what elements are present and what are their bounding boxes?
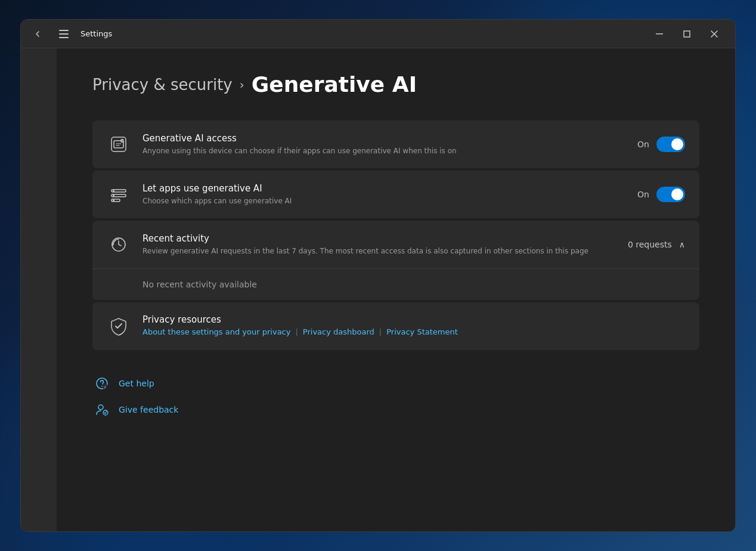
svg-point-9 bbox=[113, 195, 114, 197]
recent-activity-icon bbox=[107, 233, 131, 256]
recent-activity-text: Recent activity Review generative AI req… bbox=[142, 233, 616, 256]
back-button[interactable] bbox=[28, 24, 47, 44]
separator-1: | bbox=[295, 327, 298, 336]
let-apps-use-text: Let apps use generative AI Choose which … bbox=[142, 183, 625, 206]
content-area: Privacy & security › Generative AI bbox=[21, 48, 735, 531]
main-content: Privacy & security › Generative AI bbox=[57, 48, 735, 531]
bottom-links: ? Get help Give feedback bbox=[92, 374, 699, 419]
maximize-button[interactable] bbox=[673, 24, 701, 44]
recent-activity-chevron[interactable]: ∧ bbox=[679, 240, 685, 249]
privacy-dashboard-link[interactable]: Privacy dashboard bbox=[303, 327, 374, 336]
breadcrumb-parent[interactable]: Privacy & security bbox=[92, 76, 233, 94]
generative-ai-access-row: Generative AI access Anyone using this d… bbox=[92, 120, 699, 168]
recent-activity-label: Recent activity bbox=[142, 233, 616, 244]
window-controls bbox=[646, 24, 728, 44]
menu-line-2 bbox=[59, 33, 69, 35]
menu-button[interactable] bbox=[54, 24, 73, 44]
let-apps-use-toggle[interactable] bbox=[656, 187, 685, 202]
give-feedback-icon bbox=[92, 400, 111, 419]
let-apps-use-card: Let apps use generative AI Choose which … bbox=[92, 171, 699, 218]
svg-rect-1 bbox=[684, 31, 690, 37]
let-apps-use-label: Let apps use generative AI bbox=[142, 183, 625, 194]
close-button[interactable] bbox=[701, 24, 728, 44]
privacy-resources-row: Privacy resources About these settings a… bbox=[92, 302, 699, 350]
generative-ai-access-desc: Anyone using this device can choose if t… bbox=[142, 146, 625, 156]
svg-text:?: ? bbox=[104, 385, 106, 389]
let-apps-use-desc: Choose which apps can use generative AI bbox=[142, 196, 625, 206]
settings-window: Settings Privacy & security › Generative… bbox=[20, 19, 736, 532]
svg-point-8 bbox=[113, 190, 114, 192]
generative-ai-access-card: Generative AI access Anyone using this d… bbox=[92, 120, 699, 168]
toggle-knob-1 bbox=[671, 138, 683, 150]
recent-activity-card: Recent activity Review generative AI req… bbox=[92, 221, 699, 300]
generative-ai-access-toggle[interactable] bbox=[656, 137, 685, 152]
toggle-knob-2 bbox=[671, 188, 683, 200]
svg-rect-0 bbox=[656, 33, 663, 35]
generative-ai-access-toggle-label: On bbox=[637, 140, 649, 149]
breadcrumb-current: Generative AI bbox=[252, 72, 417, 97]
let-apps-use-row: Let apps use generative AI Choose which … bbox=[92, 171, 699, 218]
get-help-icon: ? bbox=[92, 374, 111, 393]
generative-ai-access-text: Generative AI access Anyone using this d… bbox=[142, 133, 625, 156]
menu-line-3 bbox=[59, 37, 69, 38]
titlebar: Settings bbox=[21, 20, 735, 48]
minimize-button[interactable] bbox=[646, 24, 673, 44]
menu-line-1 bbox=[59, 30, 69, 31]
window-title: Settings bbox=[80, 29, 112, 38]
breadcrumb: Privacy & security › Generative AI bbox=[92, 72, 699, 97]
sidebar bbox=[21, 48, 57, 531]
generative-ai-access-icon bbox=[107, 132, 131, 156]
give-feedback-link[interactable]: Give feedback bbox=[92, 400, 699, 419]
generative-ai-access-label: Generative AI access bbox=[142, 133, 625, 144]
privacy-links: About these settings and your privacy | … bbox=[142, 327, 685, 336]
requests-container: 0 requests ∧ bbox=[628, 240, 685, 249]
separator-2: | bbox=[379, 327, 382, 336]
no-activity-text: No recent activity available bbox=[142, 280, 257, 289]
get-help-label[interactable]: Get help bbox=[119, 379, 154, 388]
generative-ai-access-toggle-container: On bbox=[637, 137, 685, 152]
let-apps-use-icon bbox=[107, 182, 131, 206]
svg-point-10 bbox=[113, 200, 114, 202]
recent-activity-desc: Review generative AI requests in the las… bbox=[142, 246, 616, 256]
about-settings-link[interactable]: About these settings and your privacy bbox=[142, 327, 290, 336]
privacy-statement-link[interactable]: Privacy Statement bbox=[386, 327, 458, 336]
breadcrumb-chevron: › bbox=[240, 78, 244, 92]
privacy-resources-card: Privacy resources About these settings a… bbox=[92, 302, 699, 350]
give-feedback-label[interactable]: Give feedback bbox=[119, 405, 178, 414]
requests-count: 0 requests bbox=[628, 240, 672, 249]
privacy-resources-text: Privacy resources About these settings a… bbox=[142, 314, 685, 336]
privacy-resources-label: Privacy resources bbox=[142, 314, 685, 325]
privacy-resources-icon bbox=[107, 314, 131, 338]
no-activity-row: No recent activity available bbox=[92, 268, 699, 300]
let-apps-use-toggle-label: On bbox=[637, 190, 649, 199]
let-apps-use-toggle-container: On bbox=[637, 187, 685, 202]
recent-activity-row: Recent activity Review generative AI req… bbox=[92, 221, 699, 268]
get-help-link[interactable]: ? Get help bbox=[92, 374, 699, 393]
svg-point-16 bbox=[98, 405, 103, 410]
